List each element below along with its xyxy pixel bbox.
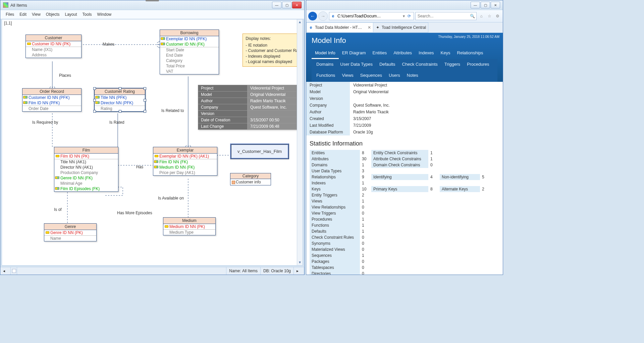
stat-key bbox=[371, 252, 428, 259]
nav-functions[interactable]: Functions bbox=[313, 71, 338, 80]
back-button[interactable]: ← bbox=[308, 12, 317, 20]
menu-tools[interactable]: Tools bbox=[80, 11, 94, 17]
entity-medium[interactable]: Medium Medium ID NN (PK) Medium Type bbox=[163, 217, 216, 235]
thumb-icon[interactable] bbox=[12, 269, 16, 273]
stat-val bbox=[480, 216, 488, 222]
address-bar[interactable]: e ▾ ⟳ bbox=[329, 12, 414, 20]
stat-key bbox=[440, 198, 480, 204]
nav-procs[interactable]: Procedures bbox=[464, 60, 492, 69]
ie-icon: e bbox=[309, 25, 313, 30]
er-canvas[interactable]: [1,1] .l{stroke:#2a4d80;stroke-width:1;f… bbox=[2, 19, 303, 266]
nav-users[interactable]: Users bbox=[385, 71, 404, 80]
minimize-button[interactable]: — bbox=[471, 2, 480, 8]
close-button[interactable]: ✕ bbox=[491, 2, 500, 8]
category-box[interactable]: Category Customer info bbox=[230, 173, 271, 185]
menu-window[interactable]: Window bbox=[95, 11, 114, 17]
forward-button[interactable]: → bbox=[318, 11, 328, 21]
info-val: Oracle 10g bbox=[350, 129, 503, 135]
stat-val bbox=[480, 271, 488, 275]
nav-views[interactable]: Views bbox=[338, 71, 357, 80]
stat-val bbox=[428, 240, 440, 246]
nav-checks[interactable]: Check Constraints bbox=[399, 60, 441, 69]
nav-keys[interactable]: Keys bbox=[437, 48, 454, 59]
nav-indexes[interactable]: Indexes bbox=[415, 48, 437, 59]
resize-handle-icon[interactable] bbox=[144, 87, 146, 90]
entity-exemplar[interactable]: Exemplar Exemplar ID NN (PK) (AK1) Film … bbox=[153, 147, 217, 176]
stat-val bbox=[480, 198, 488, 204]
entity-borrowing[interactable]: Borrowing Exemplar ID NN (PFK) Customer … bbox=[160, 30, 219, 74]
stat-key: User Data Types bbox=[310, 168, 360, 174]
stat-val bbox=[428, 228, 440, 234]
nav-triggers[interactable]: Triggers bbox=[441, 60, 464, 69]
menu-objects[interactable]: Objects bbox=[44, 11, 62, 17]
stat-val bbox=[428, 204, 440, 210]
close-tab-icon[interactable]: ✕ bbox=[368, 25, 371, 30]
stat-val: 0 bbox=[360, 234, 371, 240]
address-input[interactable] bbox=[337, 13, 401, 19]
search-icon[interactable]: 🔍 bbox=[470, 14, 475, 18]
tab-tic[interactable]: ✦ Toad Intelligence Central bbox=[373, 22, 428, 33]
status-nav-right[interactable]: ▸ bbox=[294, 267, 304, 275]
display-notes[interactable]: Display notes: - IE notation - Customer … bbox=[243, 34, 301, 67]
entity-genre[interactable]: Genre Genre ID NN (PK) Name bbox=[44, 223, 97, 241]
nav-entities[interactable]: Entities bbox=[369, 48, 390, 59]
v-scrollbar[interactable]: ▴ ▾ bbox=[297, 19, 303, 265]
stat-key: Keys bbox=[310, 186, 360, 192]
titlebar[interactable]: All Items — ▢ ✕ bbox=[0, 0, 304, 10]
resize-handle-icon[interactable] bbox=[93, 87, 96, 90]
search-input[interactable] bbox=[417, 13, 469, 19]
rel-label-isof: Is of bbox=[54, 207, 62, 212]
status-nav-left[interactable]: ◂ bbox=[0, 267, 11, 275]
menu-edit[interactable]: Edit bbox=[17, 11, 29, 17]
menu-view[interactable]: View bbox=[30, 11, 43, 17]
stat-val: 1 bbox=[360, 222, 371, 228]
stat-key bbox=[371, 265, 428, 271]
stat-val: 1 bbox=[360, 216, 371, 222]
dropdown-icon[interactable]: ▾ bbox=[403, 14, 405, 18]
home-icon[interactable]: ⌂ bbox=[478, 13, 485, 19]
nav-notes[interactable]: Notes bbox=[404, 71, 422, 80]
stat-val bbox=[480, 246, 488, 252]
entity-order-record[interactable]: Order Record Customer ID NN (PFK) Film I… bbox=[22, 88, 82, 112]
nav-relationships[interactable]: Relationships bbox=[454, 48, 487, 59]
nav-model-info[interactable]: Model Info bbox=[312, 48, 339, 59]
stat-key: Materialized Views bbox=[310, 246, 360, 252]
model-meta-box[interactable]: ProjectVideorental Project ModelOriginal… bbox=[198, 85, 297, 130]
stat-key bbox=[371, 259, 428, 265]
minimize-button[interactable]: — bbox=[272, 2, 281, 8]
favorites-icon[interactable]: ☆ bbox=[486, 13, 493, 19]
nav-er-diagram[interactable]: ER Diagram bbox=[339, 48, 369, 59]
view-box[interactable]: v_Customer_Has_Film bbox=[230, 144, 289, 159]
nav-sequences[interactable]: Sequences bbox=[357, 71, 385, 80]
nav-udt[interactable]: User Data Types bbox=[337, 60, 376, 69]
maximize-button[interactable]: ▢ bbox=[282, 2, 291, 8]
nav-defaults[interactable]: Defaults bbox=[376, 60, 399, 69]
maximize-button[interactable]: ▢ bbox=[481, 2, 490, 8]
close-button[interactable]: ✕ bbox=[292, 2, 302, 8]
report-body[interactable]: Thursday, January 25, 2018 11:06:52 AM M… bbox=[306, 33, 503, 275]
stat-key: Attribute Check Constrains bbox=[371, 156, 428, 162]
entity-customer-rating[interactable]: Customer Rating Title NN (PFK) Director … bbox=[94, 88, 145, 112]
resize-handle-icon[interactable] bbox=[119, 87, 121, 90]
rel-label-has: Has bbox=[136, 165, 143, 169]
info-val: Radim Mario Tkacik bbox=[350, 109, 503, 115]
stat-key bbox=[371, 228, 428, 234]
menu-layout[interactable]: Layout bbox=[63, 11, 79, 17]
stat-val: 0 bbox=[360, 259, 371, 265]
titlebar[interactable]: — ▢ ✕ bbox=[306, 0, 503, 10]
stat-val bbox=[428, 192, 440, 198]
entity-film[interactable]: Film Film ID NN (PK) Title NN (AK1) Dire… bbox=[54, 147, 118, 192]
app-icon bbox=[3, 2, 8, 8]
stat-val: 1 bbox=[360, 228, 371, 234]
refresh-icon[interactable]: ⟳ bbox=[406, 13, 412, 19]
nav-domains[interactable]: Domains bbox=[313, 60, 337, 69]
tab-report[interactable]: e Toad Data Modeler - HTML ... ✕ bbox=[306, 22, 373, 33]
menu-files[interactable]: Files bbox=[4, 11, 16, 17]
stat-key bbox=[371, 210, 428, 216]
gear-icon[interactable]: ⚙ bbox=[494, 13, 501, 19]
entity-customer[interactable]: Customer Customer ID NN (PK) Name (IX1) … bbox=[25, 35, 82, 58]
search-bar[interactable]: 🔍 bbox=[415, 12, 477, 20]
grip-icon[interactable] bbox=[146, 0, 159, 1]
nav-attributes[interactable]: Attributes bbox=[390, 48, 415, 59]
report-nav-3: Functions Views Sequences Users Notes bbox=[312, 71, 497, 82]
